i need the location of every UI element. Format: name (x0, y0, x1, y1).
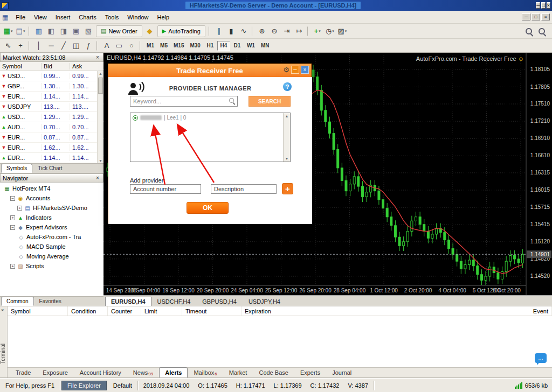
horizontal-line-icon[interactable]: ─ (45, 40, 57, 51)
minimize-button[interactable]: ─ (536, 2, 540, 9)
tree-expander-icon[interactable]: + (10, 215, 15, 220)
terminal-tab-experts[interactable]: Experts (294, 367, 326, 378)
ok-button[interactable]: OK (187, 202, 229, 214)
alerts-list-empty[interactable] (8, 316, 552, 367)
zoom-in-icon[interactable]: ⊕ (256, 26, 268, 37)
menu-charts[interactable]: Charts (74, 12, 100, 22)
terminal-tab-code-base[interactable]: Code Base (253, 367, 294, 378)
separator[interactable] (96, 41, 99, 51)
menu-tools[interactable]: Tools (101, 12, 123, 22)
separator[interactable] (140, 41, 142, 51)
timeframe-h4[interactable]: H4 (217, 41, 230, 51)
search-button[interactable]: SEARCH (249, 96, 291, 107)
close-button[interactable]: × (547, 2, 550, 9)
description-input[interactable] (211, 184, 277, 194)
timeframe-w1[interactable]: W1 (244, 41, 258, 51)
timeframe-m30[interactable]: M30 (187, 41, 203, 51)
provider-list-item[interactable]: | Lee1 | 0 (130, 113, 290, 122)
auto-scroll-icon[interactable]: ⇥ (281, 26, 293, 37)
menu-insert[interactable]: Insert (51, 12, 75, 22)
market-watch-row[interactable]: ▼ GBP... 1.30... 1.30... (0, 81, 104, 92)
radio-selected-icon[interactable] (133, 115, 138, 121)
navigator-tree-item[interactable]: − ◉ Accounts (0, 193, 104, 203)
timeframe-mn[interactable]: MN (258, 41, 272, 51)
community-search-icon[interactable] (537, 26, 547, 36)
profiles-icon[interactable]: ▤▾ (15, 26, 26, 37)
channel-icon[interactable]: ◫ (70, 40, 82, 51)
autotrading-button[interactable]: ▶AutoTrading (157, 25, 205, 37)
shapes-icon[interactable]: ○ (126, 40, 137, 51)
child-restore-button[interactable]: □ (532, 13, 540, 20)
navigator-icon[interactable]: ◨ (58, 26, 70, 37)
terminal-tab-journal[interactable]: Journal (326, 367, 357, 378)
terminal-tab-alerts[interactable]: Alerts (159, 367, 188, 378)
tab-symbols[interactable]: Symbols (1, 164, 32, 173)
terminal-tab-mailbox[interactable]: Mailbox 6 (188, 367, 223, 378)
navigator-tree-item[interactable]: ◇ Moving Average (0, 251, 104, 261)
tab-tick-chart[interactable]: Tick Chart (32, 164, 67, 173)
menu-file[interactable]: File (11, 12, 30, 22)
periods-icon[interactable]: ◷▾ (324, 26, 336, 37)
line-chart-icon[interactable]: ∿ (238, 26, 250, 37)
market-watch-row[interactable]: ▲ AUD... 0.70... 0.70... (0, 122, 104, 132)
market-watch-row[interactable]: ▼ USDJPY 113.... 113.... (0, 102, 104, 112)
templates-icon[interactable]: ▨▾ (336, 26, 348, 37)
tree-expander-icon[interactable]: − (10, 225, 15, 230)
timeframe-m15[interactable]: M15 (171, 41, 187, 51)
help-icon[interactable]: ? (283, 82, 292, 91)
market-watch-row[interactable]: ▼ EUR... 1.62... 1.62... (0, 143, 104, 153)
menu-window[interactable]: Window (123, 12, 153, 22)
chart-shift-icon[interactable]: ↦ (293, 26, 305, 37)
child-minimize-button[interactable]: ─ (522, 13, 530, 20)
scroll-down-icon[interactable]: ▼ (284, 157, 290, 160)
chart-tab-usdchf[interactable]: USDCHF,H4 (151, 297, 197, 306)
market-watch-row[interactable]: ▼ USD... 0.99... 0.99... (0, 71, 104, 81)
vertical-line-icon[interactable]: │ (33, 40, 45, 51)
navigator-tree-item[interactable]: ◇ MACD Sample (0, 242, 104, 251)
child-close-button[interactable]: × (541, 13, 550, 20)
data-window-icon[interactable]: ◧ (45, 26, 57, 37)
indicators-icon[interactable]: +▾ (312, 26, 323, 37)
navigator-tree-item[interactable]: + ▨ Scripts (0, 261, 104, 271)
dialog-titlebar[interactable]: Trade Receiver Free ⚙ ─ × (108, 64, 311, 77)
chart-tab-usdjpy[interactable]: USDJPY,H4 (243, 297, 286, 306)
terminal-tab-trade[interactable]: Trade (10, 367, 37, 378)
timeframe-h1[interactable]: H1 (204, 41, 217, 51)
close-icon[interactable]: × (1, 307, 4, 313)
navigator-tree-item[interactable]: − ◆ Expert Advisors (0, 222, 104, 232)
text-icon[interactable]: A (101, 40, 113, 51)
strategy-tester-icon[interactable]: ▧ (82, 26, 94, 37)
market-watch-row[interactable]: ▼ EUR... 0.87... 0.87... (0, 132, 104, 143)
separator[interactable] (252, 26, 254, 36)
timeframe-d1[interactable]: D1 (231, 41, 244, 51)
timeframe-m5[interactable]: M5 (157, 41, 170, 51)
window-titlebar[interactable]: HFMarketsSV-Demo Server - Demo Account -… (0, 0, 552, 11)
scroll-thumb[interactable] (98, 78, 103, 94)
keyword-input[interactable] (130, 96, 238, 107)
crosshair-icon[interactable]: + (15, 40, 26, 51)
search-icon[interactable] (524, 26, 534, 36)
timeframe-m1[interactable]: M1 (144, 41, 157, 51)
terminal-tab-news[interactable]: News 99 (127, 367, 159, 378)
new-order-button[interactable]: ▤New Order (96, 25, 142, 37)
menu-help[interactable]: Help (153, 12, 174, 22)
tree-expander-icon[interactable]: + (17, 206, 22, 211)
tab-favorites[interactable]: Favorites (34, 297, 67, 306)
tree-expander-icon[interactable]: − (10, 196, 15, 201)
list-scrollbar[interactable]: ▲ ▼ (283, 113, 290, 162)
separator[interactable] (29, 41, 31, 51)
chart-tab-gbpusd[interactable]: GBPUSD,H4 (196, 297, 243, 306)
candle-chart-icon[interactable]: ▮ (225, 26, 237, 37)
dialog-close-button[interactable]: × (301, 66, 309, 74)
settings-gear-icon[interactable]: ⚙ (283, 66, 289, 74)
market-watch-icon[interactable]: ▥ (33, 26, 45, 37)
navigator-tree-item[interactable]: ◇ AutoFxPro.com - Tra (0, 232, 104, 242)
navigator-tree-item[interactable]: + ▲ Indicators (0, 213, 104, 222)
separator[interactable] (29, 26, 31, 36)
market-watch-row[interactable]: ▲ USD... 1.29... 1.29... (0, 112, 104, 122)
scroll-up-icon[interactable]: ▲ (98, 72, 104, 75)
navigator-tree-item[interactable]: + ▤ HFMarketsSV-Demo (0, 203, 104, 213)
scroll-down-icon[interactable]: ▼ (98, 159, 104, 163)
account-number-input[interactable] (130, 184, 201, 194)
navigator-tree-item[interactable]: ▦ HotForex MT4 (0, 184, 104, 193)
